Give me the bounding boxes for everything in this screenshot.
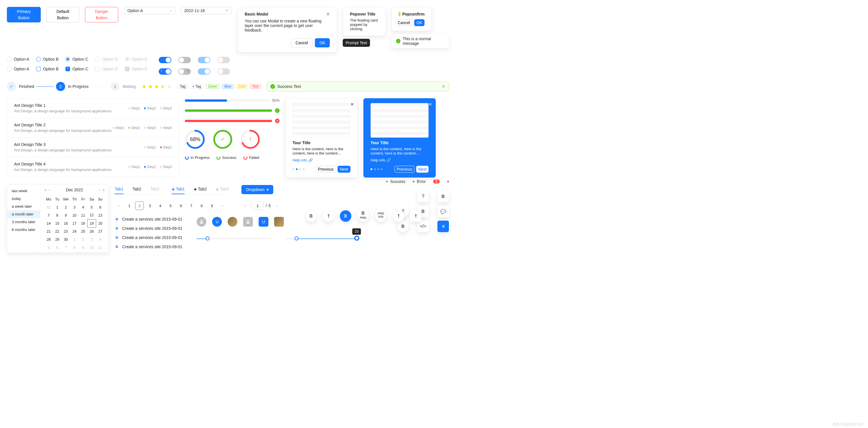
list-item[interactable]: Ant Design Title 2Ant Design, a design l…: [7, 118, 179, 138]
calendar-day[interactable]: 1: [53, 203, 61, 211]
tour-help-link[interactable]: Help info 🔗: [292, 158, 313, 162]
popconfirm-ok[interactable]: OK: [414, 19, 425, 26]
pager-item[interactable]: 8: [197, 201, 206, 210]
calendar-day[interactable]: 18: [79, 219, 87, 227]
pager-next[interactable]: ›: [272, 201, 281, 210]
star-icon[interactable]: ★: [154, 83, 159, 90]
star-empty-icon[interactable]: ★: [167, 83, 172, 90]
float-close-icon[interactable]: ✕: [437, 221, 449, 232]
cal-next-month[interactable]: ›: [99, 188, 100, 192]
star-icon[interactable]: ★: [148, 83, 153, 90]
calendar-day[interactable]: 2: [79, 235, 87, 243]
calendar-range-item[interactable]: a month later: [7, 210, 40, 218]
tag[interactable]: Tag: [178, 84, 188, 89]
calendar-day[interactable]: 30: [61, 235, 70, 243]
switch-on[interactable]: [159, 57, 172, 63]
pager-item[interactable]: 7: [187, 201, 195, 210]
float-file-primary-icon[interactable]: 🗎: [340, 210, 351, 222]
tag-gold[interactable]: Gold: [236, 84, 248, 89]
float-comment-icon[interactable]: 💬: [437, 206, 449, 217]
cal-prev-month[interactable]: ‹: [49, 188, 50, 192]
check-b[interactable]: Option B: [36, 67, 59, 71]
calendar-day[interactable]: 26: [87, 227, 96, 235]
star-half-icon[interactable]: ★★: [160, 83, 166, 90]
select-option[interactable]: Option A ▾: [124, 7, 175, 15]
pager-prev[interactable]: ‹: [241, 201, 249, 210]
pager-item[interactable]: 3: [146, 201, 154, 210]
tour-prev[interactable]: Previous: [394, 166, 414, 173]
primary-button[interactable]: Primary Button: [7, 7, 41, 22]
pager-item[interactable]: 2: [135, 201, 144, 210]
pager-next[interactable]: ›: [218, 201, 226, 210]
float-back-top-icon[interactable]: ⤒: [410, 210, 422, 222]
tag-red[interactable]: Red: [250, 84, 261, 89]
tab-item[interactable]: ◈ Tab2: [194, 184, 207, 194]
calendar-day[interactable]: 24: [70, 227, 79, 235]
calendar-day[interactable]: 7: [61, 243, 70, 251]
calendar-day[interactable]: 23: [61, 227, 70, 235]
calendar-day[interactable]: 20: [96, 219, 104, 227]
float-help-icon[interactable]: ?: [417, 191, 429, 202]
calendar-day[interactable]: 31: [44, 203, 53, 211]
tour-next[interactable]: Next: [338, 166, 350, 173]
calendar-day[interactable]: 4: [79, 203, 87, 211]
calendar-grid[interactable]: MoTuWeThFrSaSu31123456789101112131415161…: [44, 195, 104, 251]
calendar-day[interactable]: 8: [53, 211, 61, 219]
calendar-day[interactable]: 6: [53, 243, 61, 251]
cal-prev-year[interactable]: «: [44, 188, 46, 192]
calendar-range-item[interactable]: today: [7, 195, 40, 202]
calendar-day[interactable]: 3: [70, 203, 79, 211]
calendar-day[interactable]: 22: [53, 227, 61, 235]
calendar-range-item[interactable]: 3 months later: [7, 218, 40, 226]
calendar-range-item[interactable]: 6 months later: [7, 226, 40, 233]
default-button[interactable]: Default Button: [46, 7, 79, 22]
tour-help-link[interactable]: Help info 🔗: [371, 158, 391, 162]
danger-button[interactable]: Danger Button: [85, 7, 118, 22]
pager-input[interactable]: [251, 201, 264, 210]
calendar-day[interactable]: 10: [87, 243, 96, 251]
calendar-day[interactable]: 17: [70, 219, 79, 227]
float-code-icon[interactable]: </>: [417, 221, 429, 232]
calendar-day[interactable]: 10: [70, 211, 79, 219]
tag-blue[interactable]: Blue: [222, 84, 234, 89]
float-file-icon[interactable]: 🗎: [305, 210, 317, 222]
switch-light-on-2[interactable]: [198, 68, 210, 75]
calendar-range-item[interactable]: a week later: [7, 202, 40, 210]
pager-item[interactable]: 9: [208, 201, 216, 210]
rate[interactable]: ★★★★★★: [142, 83, 172, 90]
check-c[interactable]: Option C: [65, 67, 88, 71]
pager-item[interactable]: 4: [156, 201, 164, 210]
popconfirm-cancel[interactable]: Cancel: [395, 19, 412, 26]
calendar-day[interactable]: 15: [53, 219, 61, 227]
radio-a[interactable]: Option A: [7, 57, 29, 61]
calendar-day[interactable]: 29: [53, 235, 61, 243]
calendar-day[interactable]: 25: [79, 227, 87, 235]
switch-light-on[interactable]: [198, 57, 210, 63]
float-help-labeled[interactable]: 🗎Help: [357, 208, 369, 222]
calendar-day[interactable]: 1: [70, 235, 79, 243]
switch-off[interactable]: [178, 57, 191, 63]
close-icon[interactable]: ✕: [327, 12, 330, 17]
pager-item[interactable]: 6: [177, 201, 185, 210]
star-icon[interactable]: ★: [142, 83, 147, 90]
float-back-top-icon[interactable]: ⤒: [322, 210, 334, 222]
slider-single[interactable]: [197, 238, 271, 239]
dropdown-button[interactable]: Dropdown▾: [241, 185, 273, 194]
close-icon[interactable]: ✕: [429, 102, 432, 107]
calendar-day[interactable]: 5: [87, 203, 96, 211]
modal-ok-button[interactable]: OK: [315, 38, 330, 48]
switch-check-off[interactable]: ✕: [178, 68, 191, 75]
float-file-icon[interactable]: 🗎: [437, 191, 449, 202]
calendar-day[interactable]: 3: [87, 235, 96, 243]
tab-item[interactable]: ◈ Tab1: [172, 184, 185, 194]
pager-prev[interactable]: ‹: [115, 201, 123, 210]
slider-range[interactable]: 23: [286, 238, 360, 239]
calendar-day[interactable]: 12: [87, 211, 96, 219]
radio-c[interactable]: Option C: [65, 57, 88, 61]
calendar-day[interactable]: 27: [96, 227, 104, 235]
calendar-day[interactable]: 8: [70, 243, 79, 251]
date-picker[interactable]: 2022-11-18 📅: [181, 7, 232, 15]
calendar-day[interactable]: 21: [44, 227, 53, 235]
calendar-day[interactable]: 7: [44, 211, 53, 219]
tour-prev[interactable]: Previous: [316, 166, 336, 173]
